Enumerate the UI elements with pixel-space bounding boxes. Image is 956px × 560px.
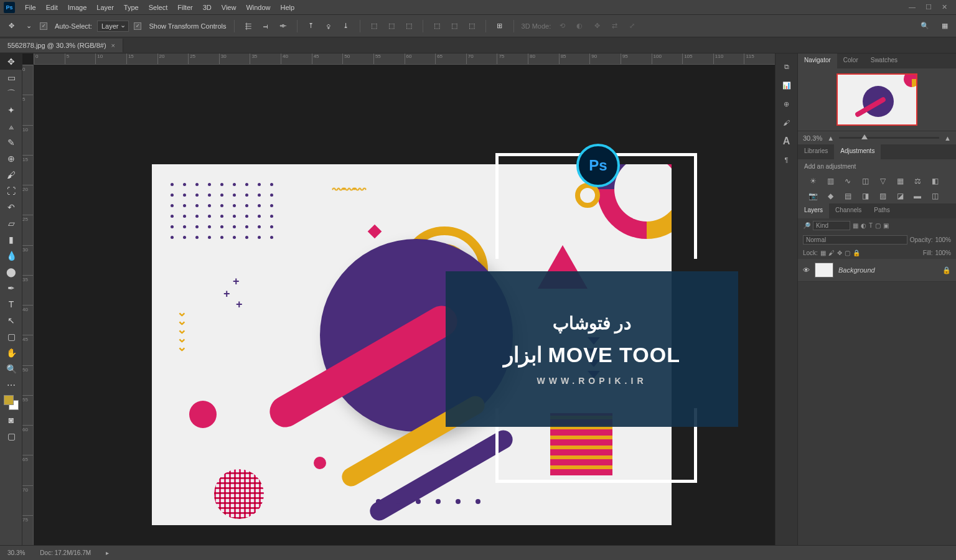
invert-icon[interactable]: ◨: [859, 191, 871, 201]
tab-libraries[interactable]: Libraries: [798, 144, 834, 159]
eyedropper-tool[interactable]: ✎: [0, 134, 22, 151]
align-top-icon[interactable]: ⤒: [305, 20, 317, 32]
menu-3d[interactable]: 3D: [198, 2, 217, 13]
history-panel-icon[interactable]: ⧉: [776, 57, 797, 76]
history-brush-tool[interactable]: ↶: [0, 199, 22, 215]
status-doc-size[interactable]: Doc: 17.2M/16.7M: [40, 549, 91, 556]
document-tab[interactable]: 5562878.jpg @ 30.3% (RGB/8#) ×: [0, 39, 123, 52]
menu-layer[interactable]: Layer: [91, 2, 119, 13]
navigator-preview[interactable]: [798, 68, 956, 131]
menu-view[interactable]: View: [217, 2, 241, 13]
maximize-button[interactable]: ☐: [926, 3, 932, 11]
curves-icon[interactable]: ∿: [841, 176, 854, 186]
blend-mode-select[interactable]: Normal: [803, 235, 907, 245]
filter-smart-icon[interactable]: ▣: [883, 222, 889, 229]
properties-panel-icon[interactable]: ⊕: [776, 95, 797, 113]
vibrance-icon[interactable]: ▽: [876, 176, 889, 186]
filter-adjust-icon[interactable]: ◐: [861, 222, 866, 229]
menu-file[interactable]: File: [20, 2, 41, 13]
lock-all-icon[interactable]: 🔒: [853, 250, 860, 256]
menu-help[interactable]: Help: [276, 2, 300, 13]
align-hcenter-icon[interactable]: ⫤: [260, 20, 272, 32]
exposure-icon[interactable]: ◫: [859, 176, 871, 186]
channel-mixer-icon[interactable]: ◆: [824, 191, 836, 201]
eraser-tool[interactable]: ▱: [0, 215, 22, 231]
tab-adjustments[interactable]: Adjustments: [834, 144, 881, 159]
heal-tool[interactable]: ⊕: [0, 151, 22, 167]
lasso-tool[interactable]: ⌒: [0, 86, 22, 102]
lookup-icon[interactable]: ▤: [841, 191, 854, 201]
distribute-h-icon[interactable]: ⬚: [368, 20, 380, 32]
align-vcenter-icon[interactable]: ⧬: [322, 20, 335, 32]
hue-icon[interactable]: ▦: [894, 176, 906, 186]
screenmode-tool[interactable]: ▢: [0, 428, 22, 444]
tab-color[interactable]: Color: [837, 54, 865, 68]
histogram-panel-icon[interactable]: 📊: [776, 76, 797, 95]
move-tool[interactable]: ✥: [0, 54, 22, 70]
posterize-icon[interactable]: ▨: [876, 191, 889, 201]
auto-align-icon[interactable]: ⊞: [494, 20, 506, 32]
wand-tool[interactable]: ✦: [0, 102, 22, 118]
brushes-panel-icon[interactable]: 🖌: [776, 113, 797, 132]
minimize-button[interactable]: —: [909, 3, 916, 11]
color-swatches[interactable]: [0, 393, 22, 412]
canvas-area[interactable]: 0510152025303540455055606570758085909510…: [22, 54, 775, 545]
zoom-in-icon[interactable]: ▲: [944, 134, 951, 142]
brush-tool[interactable]: 🖌: [0, 167, 22, 183]
edit-toolbar[interactable]: ⋯: [0, 377, 22, 393]
distribute-6-icon[interactable]: ⬚: [466, 20, 478, 32]
opacity-value[interactable]: 100%: [935, 236, 951, 243]
menu-type[interactable]: Type: [119, 2, 144, 13]
gradient-tool[interactable]: ▮: [0, 231, 22, 248]
close-button[interactable]: ✕: [942, 3, 947, 11]
status-zoom[interactable]: 30.3%: [7, 549, 25, 556]
auto-select-checkbox[interactable]: ✓: [40, 22, 47, 30]
fill-value[interactable]: 100%: [935, 250, 951, 256]
menu-select[interactable]: Select: [144, 2, 173, 13]
lock-paint-icon[interactable]: 🖌: [828, 250, 835, 256]
menu-image[interactable]: Image: [63, 2, 92, 13]
distribute-5-icon[interactable]: ⬚: [448, 20, 461, 32]
zoom-tool[interactable]: 🔍: [0, 361, 22, 377]
tab-channels[interactable]: Channels: [829, 203, 868, 218]
bw-icon[interactable]: ◧: [929, 176, 941, 186]
zoom-slider[interactable]: [839, 137, 939, 139]
stamp-tool[interactable]: ⛶: [0, 183, 22, 199]
hand-tool[interactable]: ✋: [0, 345, 22, 361]
tab-swatches[interactable]: Swatches: [865, 54, 904, 68]
distribute-3-icon[interactable]: ⬚: [403, 20, 415, 32]
layer-item[interactable]: 👁 Background 🔒: [798, 259, 956, 282]
tool-preset-dropdown[interactable]: ⌄: [22, 20, 35, 32]
layer-filter-kind[interactable]: Kind: [813, 221, 850, 230]
lock-trans-icon[interactable]: ▦: [820, 250, 826, 256]
dodge-tool[interactable]: ⬤: [0, 264, 22, 280]
path-tool[interactable]: ↖: [0, 312, 22, 329]
distribute-4-icon[interactable]: ⬚: [431, 20, 443, 32]
threshold-icon[interactable]: ◪: [894, 191, 906, 201]
menu-filter[interactable]: Filter: [172, 2, 197, 13]
tab-paths[interactable]: Paths: [868, 203, 896, 218]
search-icon[interactable]: 🔍: [919, 20, 931, 32]
filter-shape-icon[interactable]: ▢: [875, 222, 881, 229]
auto-select-target[interactable]: Layer: [97, 21, 129, 32]
tab-navigator[interactable]: Navigator: [798, 54, 837, 68]
shape-tool[interactable]: ▢: [0, 329, 22, 345]
align-left-icon[interactable]: ⬱: [242, 20, 255, 32]
menu-window[interactable]: Window: [241, 2, 275, 13]
tab-layers[interactable]: Layers: [798, 203, 829, 218]
align-bottom-icon[interactable]: ⤓: [340, 20, 352, 32]
character-panel-icon[interactable]: A: [776, 132, 797, 151]
visibility-icon[interactable]: 👁: [803, 266, 810, 274]
marquee-tool[interactable]: ▭: [0, 70, 22, 86]
workspace-icon[interactable]: ▦: [939, 20, 951, 32]
levels-icon[interactable]: ▥: [824, 176, 836, 186]
selective-icon[interactable]: ◫: [929, 191, 941, 201]
distribute-v-icon[interactable]: ⬚: [385, 20, 398, 32]
filter-pixel-icon[interactable]: ▦: [853, 222, 858, 229]
menu-edit[interactable]: Edit: [41, 2, 63, 13]
gradient-map-icon[interactable]: ▬: [911, 191, 924, 201]
close-tab-icon[interactable]: ×: [111, 42, 115, 49]
paragraph-panel-icon[interactable]: ¶: [776, 151, 797, 169]
lock-artboard-icon[interactable]: ▢: [845, 250, 850, 256]
zoom-out-icon[interactable]: ▲: [827, 134, 834, 142]
